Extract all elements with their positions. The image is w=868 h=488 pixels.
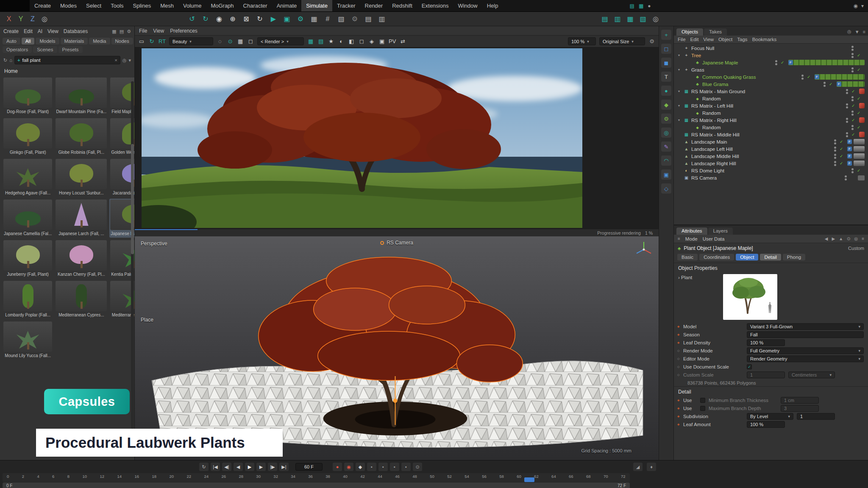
menubar-item[interactable]: Create [30,0,56,11]
enabled-check[interactable] [840,139,846,144]
loop-icon[interactable]: ↻ [199,463,209,471]
enabled-check[interactable] [857,111,863,115]
wrench-icon[interactable]: ◇ [661,183,671,194]
landscape-icon[interactable] [683,154,690,158]
search-icon[interactable]: ◎ [122,58,127,63]
pen-icon[interactable]: ✎ [661,141,671,152]
om-menu-item[interactable]: File [678,37,686,42]
menubar-item[interactable]: Help [482,0,503,11]
panel-tab[interactable]: Objects [676,28,703,36]
om-menu-item[interactable]: Edit [690,37,699,42]
enabled-check[interactable] [851,89,857,94]
back-icon[interactable]: ◀ [825,236,828,241]
object-label[interactable]: RS Matrix - Middle Hill [691,132,740,137]
visibility-dots[interactable] [846,132,848,137]
asset-category-tab[interactable]: Presets [58,46,83,53]
matrix-icon[interactable] [683,118,690,122]
capture-icon[interactable]: ◉ [853,3,857,9]
render-view-menu-item[interactable]: File [139,28,147,34]
rotate-icon[interactable]: ↻ [256,16,264,22]
panel-tab[interactable]: Takes [704,28,727,36]
object-label[interactable]: Tree [691,53,701,58]
pv-icon[interactable]: ▥ [378,16,386,22]
prev-key-button[interactable]: ◀| [222,463,231,471]
panel-menu-icon[interactable]: ≡ [862,236,864,241]
region-icon[interactable]: ◻ [247,38,254,44]
transform-icon[interactable]: + [661,30,671,40]
sphere-icon[interactable]: ● [661,86,671,96]
object-tags[interactable] [815,74,865,80]
visibility-dots[interactable] [834,147,836,152]
workspace-icon[interactable]: ▤ [630,3,634,9]
asset-category-tab[interactable]: Operators [3,46,32,53]
menubar-item[interactable]: Modes [56,0,81,11]
visibility-dots[interactable] [845,175,847,180]
search-icon[interactable]: ◎ [847,29,851,34]
keyframe-dot[interactable]: ◆ [677,341,683,344]
grid-icon[interactable]: ▦ [237,38,244,44]
object-row[interactable]: Common Quaking Grass [674,73,868,80]
layout-uv-icon[interactable]: ▥ [614,16,621,22]
search-icon[interactable]: ◎ [854,236,858,241]
snapshot-icon[interactable]: ▭ [138,38,145,44]
landscape-icon[interactable] [683,161,690,166]
object-label[interactable]: RS Dome Light [691,168,724,173]
menubar-item[interactable]: Window [453,0,482,11]
mode-dropdown[interactable]: Mode [685,236,698,241]
sync-icon[interactable]: ⇄ [399,38,406,44]
menubar-item[interactable]: Animate [272,0,302,11]
editor-mode-dropdown[interactable]: Render Geometry▾ [747,355,864,362]
keyframe-dot[interactable]: ◆ [677,423,683,426]
asset-item[interactable]: Mediterranean Cypres... [55,280,108,319]
attribute-tab[interactable]: Phong [783,254,805,261]
image-icon[interactable]: ▣ [378,38,385,44]
scale-toggle[interactable]: ▪ [378,463,388,471]
enabled-check[interactable] [807,75,813,79]
size-dropdown[interactable]: Original Size▾ [599,37,645,45]
expand-icon[interactable]: ▾ [678,89,683,93]
matrix-icon[interactable] [683,89,690,94]
landscape-icon[interactable] [683,147,690,151]
attribute-tab[interactable]: Detail [760,254,781,261]
asset-filter-tab[interactable]: Models [36,38,59,44]
object-tags[interactable] [788,60,865,65]
render-settings-icon[interactable]: ⚙ [648,38,655,44]
visibility-dots[interactable] [834,139,836,144]
settings-icon[interactable]: ⚙ [127,29,131,34]
timeline-ruler[interactable]: 0246810121416182022242628303234363840424… [3,473,630,482]
star-icon[interactable]: ★ [328,38,334,44]
object-row[interactable]: RS Camera [674,174,868,181]
visibility-dots[interactable] [801,75,804,80]
object-row[interactable]: Random [674,124,868,131]
asset-item[interactable]: Japanese Larch (Fall, ... [55,199,108,238]
axis-gizmo[interactable] [635,241,653,258]
use-doc-scale-checkbox[interactable]: ✓ [747,364,752,369]
cluster-icon[interactable]: ◆ [661,100,671,110]
max-branch-field[interactable]: 3 [781,405,819,412]
compare-icon[interactable]: ◐ [338,38,345,44]
model-dropdown[interactable]: Variant 3 Full-Grown▾ [747,323,864,330]
plant-expander[interactable]: › [678,275,680,280]
om-menu-item[interactable]: Bookmarks [752,37,777,42]
keyframe-dot[interactable]: ◆ [677,325,683,328]
max-branch-checkbox[interactable] [700,406,705,411]
subdivision-dropdown[interactable]: By Level▾ [747,413,793,420]
object-label[interactable]: RS Matrix - Main Ground [691,89,745,94]
expand-icon[interactable]: ▾ [678,68,683,72]
clear-search-icon[interactable]: × [114,58,117,63]
enabled-check[interactable] [840,161,846,166]
random-icon[interactable] [694,111,701,115]
redo-icon[interactable]: ↻ [202,16,209,22]
asset-menu-item[interactable]: Databases [64,28,88,34]
object-row[interactable]: Landscape Main [674,138,868,145]
visibility-dots[interactable] [851,168,854,173]
rotation-toggle[interactable]: ▪ [390,463,399,471]
pv-button[interactable]: PV [389,38,396,44]
plant-preview-thumbnail[interactable]: Japanese Maple (Acer palmatum) [723,274,777,320]
next-key-button[interactable]: |▶ [268,463,277,471]
visibility-dots[interactable] [834,161,836,166]
plane-icon[interactable]: ◻ [661,44,671,54]
custom-scale-field[interactable]: 1 [747,372,785,378]
object-row[interactable]: Landscape Middle Hill [674,152,868,160]
key-icon[interactable]: ♦ [647,463,656,471]
